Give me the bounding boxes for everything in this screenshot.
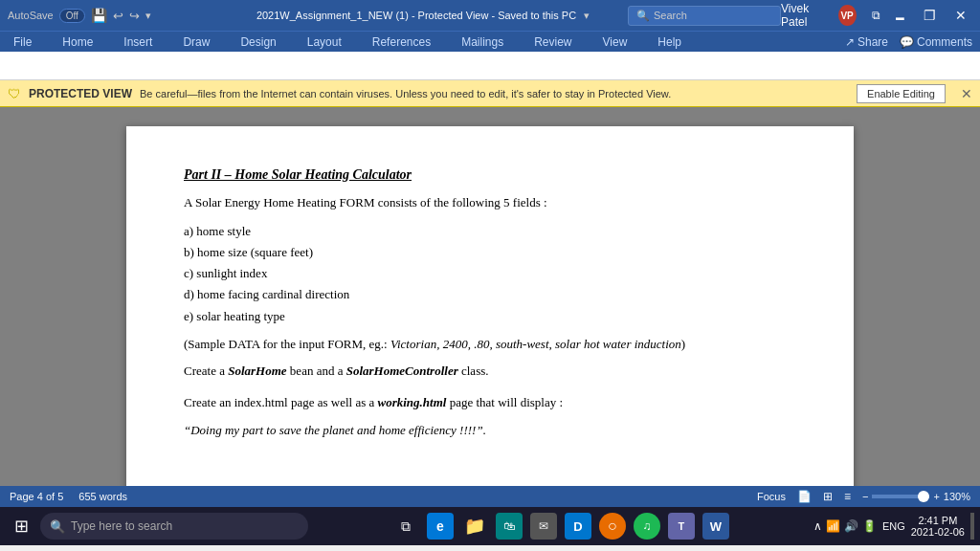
title-search-box[interactable]: 🔍 Search xyxy=(628,6,781,26)
list-item: e) solar heating type xyxy=(184,306,796,327)
list-item: c) sunlight index xyxy=(184,263,796,284)
tab-review[interactable]: Review xyxy=(528,33,577,51)
battery-icon[interactable]: 🔋 xyxy=(862,519,877,533)
title-bar: AutoSave Off 💾 ↩ ↪ ▾ 2021W_Assignment_1_… xyxy=(0,0,980,31)
zoom-percent: 130% xyxy=(944,491,970,502)
tab-design[interactable]: Design xyxy=(234,33,281,51)
word-icon[interactable]: W xyxy=(701,511,731,541)
tab-mailings[interactable]: Mailings xyxy=(456,33,509,51)
minimize-button[interactable]: 🗕 xyxy=(888,2,911,29)
network-icon[interactable]: 📶 xyxy=(826,519,840,533)
tab-insert[interactable]: Insert xyxy=(118,33,158,51)
mail-icon[interactable]: ✉ xyxy=(528,511,559,541)
document-heading: Part II – Home Solar Heating Calculator xyxy=(184,165,796,186)
taskbar-search[interactable]: 🔍 Type here to search xyxy=(40,513,308,540)
word-app-icon: W xyxy=(702,513,729,540)
doc-para3: Create a SolarHome bean and a SolarHomeC… xyxy=(184,362,796,382)
protected-icon: 🛡 xyxy=(8,86,21,101)
redo-icon[interactable]: ↪ xyxy=(129,9,140,23)
autosave-label: AutoSave xyxy=(8,10,54,21)
dell-app-icon: D xyxy=(565,513,591,540)
customize-icon[interactable]: ▾ xyxy=(145,10,151,22)
list-item: d) home facing cardinal direction xyxy=(184,284,796,305)
close-protected-bar-button[interactable]: ✕ xyxy=(961,86,972,101)
spotify-app-icon: ♫ xyxy=(634,513,660,540)
enable-editing-button[interactable]: Enable Editing xyxy=(857,84,946,103)
taskbar-right: ∧ 📶 🔊 🔋 ENG 2:41 PM 2021-02-06 xyxy=(813,513,974,540)
show-desktop-button[interactable] xyxy=(970,513,974,540)
title-bar-left: AutoSave Off 💾 ↩ ↪ ▾ xyxy=(8,8,218,23)
ribbon-right-actions: ↗ Share 💬 Comments xyxy=(845,35,972,49)
store-app-icon: 🛍 xyxy=(496,513,523,540)
search-icon: 🔍 xyxy=(636,10,650,22)
share-button[interactable]: ↗ Share xyxy=(845,35,888,49)
comments-button[interactable]: 💬 Comments xyxy=(900,35,972,49)
view-outline-icon[interactable]: ≡ xyxy=(844,490,851,503)
close-button[interactable]: ✕ xyxy=(949,2,972,29)
autosave-toggle[interactable]: Off xyxy=(59,9,85,23)
title-dropdown-icon[interactable]: ▾ xyxy=(584,10,590,22)
taskbar-app-icons: ⧉ e 📁 🛍 ✉ D ○ ♫ T W xyxy=(312,511,810,541)
focus-button[interactable]: Focus xyxy=(757,491,786,502)
doc-list: a) home style b) home size (square feet)… xyxy=(184,221,796,326)
view-print-icon[interactable]: 📄 xyxy=(797,490,812,503)
title-bar-center: 2021W_Assignment_1_NEW (1) - Protected V… xyxy=(218,10,628,22)
undo-icon[interactable]: ↩ xyxy=(113,9,123,23)
date-display: 2021-02-06 xyxy=(911,526,965,538)
speaker-icon[interactable]: 🔊 xyxy=(844,519,858,533)
share-icon: ↗ xyxy=(845,35,855,49)
view-web-icon[interactable]: ⊞ xyxy=(823,490,833,503)
status-bar-right: Focus 📄 ⊞ ≡ − + 130% xyxy=(757,490,970,503)
task-view-button[interactable]: ⧉ xyxy=(390,511,421,541)
store-icon[interactable]: 🛍 xyxy=(494,511,524,541)
list-item: a) home style xyxy=(184,221,796,242)
chevron-up-icon[interactable]: ∧ xyxy=(813,519,822,533)
status-bar: Page 4 of 5 655 words Focus 📄 ⊞ ≡ − + 13… xyxy=(0,486,980,507)
tab-layout[interactable]: Layout xyxy=(301,33,347,51)
tab-view[interactable]: View xyxy=(597,33,634,51)
page-info: Page 4 of 5 xyxy=(10,491,63,502)
document-title: 2021W_Assignment_1_NEW (1) - Protected V… xyxy=(256,10,576,21)
doc-para4: Create an index.html page as well as a w… xyxy=(184,393,796,413)
zoom-plus-icon[interactable]: + xyxy=(933,491,939,502)
unknown-icon[interactable]: ○ xyxy=(597,511,628,541)
teams-icon[interactable]: T xyxy=(666,511,697,541)
save-icon[interactable]: 💾 xyxy=(91,8,107,23)
teams-app-icon: T xyxy=(668,513,695,540)
zoom-slider-track[interactable] xyxy=(872,495,929,498)
mail-app-icon: ✉ xyxy=(530,513,557,540)
restore-button[interactable]: ❐ xyxy=(919,2,942,29)
taskbar-search-placeholder: Type here to search xyxy=(71,519,172,533)
system-tray-icons: ∧ 📶 🔊 🔋 xyxy=(813,519,877,533)
tab-references[interactable]: References xyxy=(367,33,436,51)
doc-para1: A Solar Energy Home Heating FORM consist… xyxy=(184,193,796,213)
protected-message: Be careful—files from the Internet can c… xyxy=(140,88,849,99)
user-avatar[interactable]: VP xyxy=(838,5,857,26)
tab-help[interactable]: Help xyxy=(652,33,687,51)
title-bar-right: Vivek Patel VP ⧉ 🗕 ❐ ✕ xyxy=(781,2,972,29)
comment-icon: 💬 xyxy=(900,35,914,49)
ribbon-content-placeholder xyxy=(8,60,11,72)
start-button[interactable]: ⊞ xyxy=(6,511,36,541)
tab-home[interactable]: Home xyxy=(56,33,99,51)
spotify-icon[interactable]: ♫ xyxy=(632,511,662,541)
list-item: b) home size (square feet) xyxy=(184,242,796,263)
file-explorer-icon[interactable]: 📁 xyxy=(459,511,490,541)
language-indicator: ENG xyxy=(882,520,905,532)
ribbon-tabs: File Home Insert Draw Design Layout Refe… xyxy=(0,31,980,52)
time-display: 2:41 PM xyxy=(911,515,965,526)
menu-bar xyxy=(0,52,980,80)
zoom-control[interactable]: − + 130% xyxy=(862,491,970,502)
search-placeholder: Search xyxy=(654,10,687,21)
protected-label: PROTECTED VIEW xyxy=(29,87,132,100)
tab-draw[interactable]: Draw xyxy=(177,33,215,51)
word-count: 655 words xyxy=(78,491,127,502)
dell-icon[interactable]: D xyxy=(563,511,593,541)
edge-icon[interactable]: e xyxy=(425,511,456,541)
tab-file[interactable]: File xyxy=(8,33,37,51)
clock[interactable]: 2:41 PM 2021-02-06 xyxy=(911,515,965,538)
restore-window-icon[interactable]: ⧉ xyxy=(872,9,880,22)
edge-app-icon: e xyxy=(427,513,454,540)
document-area: Part II – Home Solar Heating Calculator … xyxy=(0,107,980,486)
zoom-minus-icon[interactable]: − xyxy=(862,491,868,502)
